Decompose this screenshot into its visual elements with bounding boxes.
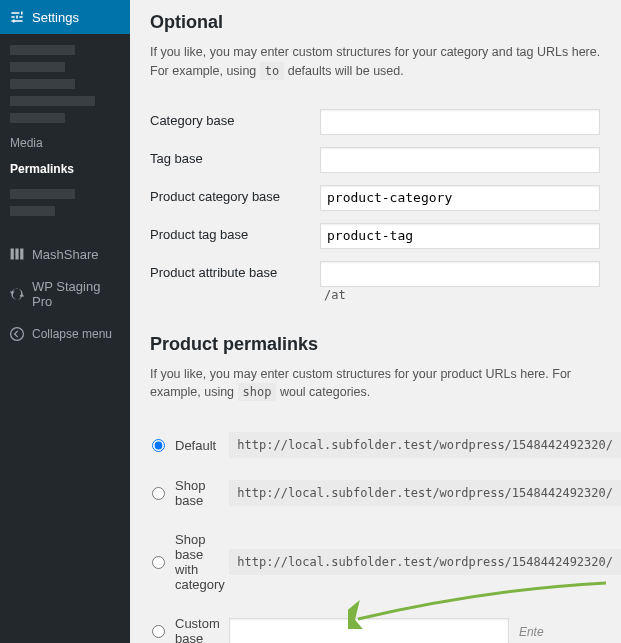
submenu-item-blurred[interactable] [10,96,95,106]
product-attribute-base-input[interactable] [320,261,600,287]
optional-form-table: Category base Tag base Product category … [150,103,621,308]
permalink-option-shop-base[interactable]: Shop base [150,478,229,508]
category-base-input[interactable] [320,109,600,135]
option-label: Shop base with category [175,532,229,592]
submenu: Media Permalinks [0,34,130,231]
field-label: Product tag base [150,217,320,255]
submenu-item-blurred[interactable] [10,206,55,216]
main-content: Optional If you like, you may enter cust… [130,0,621,643]
submenu-item-blurred[interactable] [10,113,65,123]
section-desc-optional: If you like, you may enter custom struct… [150,43,621,81]
tag-base-input[interactable] [320,147,600,173]
mashshare-icon [8,245,26,263]
submenu-item-blurred[interactable] [10,45,75,55]
radio-custom[interactable] [152,625,165,638]
url-preview: http://local.subfolder.test/wordpress/15… [229,549,621,575]
field-label: Category base [150,103,320,141]
permalink-option-default[interactable]: Default [150,438,229,453]
submenu-item-permalinks[interactable]: Permalinks [0,156,130,182]
submenu-item-blurred[interactable] [10,79,75,89]
submenu-item-blurred[interactable] [10,62,65,72]
sidebar-item-wpstaging[interactable]: WP Staging Pro [0,271,130,317]
section-title-product-permalinks: Product permalinks [150,334,621,355]
sidebar-item-settings[interactable]: Settings [0,0,130,34]
section-desc-product-permalinks: If you like, you may enter custom struct… [150,365,621,403]
field-suffix: /at [324,288,346,302]
permalink-option-shop-base-category[interactable]: Shop base with category [150,532,229,592]
collapse-label: Collapse menu [32,327,112,341]
custom-base-input[interactable] [229,618,509,643]
radio-default[interactable] [152,439,165,452]
collapse-icon [8,325,26,343]
option-label: Shop base [175,478,229,508]
product-tag-base-input[interactable] [320,223,600,249]
radio-shop-base[interactable] [152,487,165,500]
product-category-base-input[interactable] [320,185,600,211]
radio-shop-base-category[interactable] [152,556,165,569]
refresh-icon [8,285,26,303]
admin-sidebar: Settings Media Permalinks MashShare [0,0,130,643]
sliders-icon [8,8,26,26]
sidebar-item-label: WP Staging Pro [32,279,122,309]
field-label: Product attribute base [150,255,320,308]
permalink-options-table: Default http://local.subfolder.test/word… [150,424,621,643]
option-label: Custom base [175,616,229,643]
option-label: Default [175,438,216,453]
submenu-item-media[interactable]: Media [0,130,130,156]
field-label: Product category base [150,179,320,217]
permalink-option-custom[interactable]: Custom base [150,616,229,643]
collapse-menu[interactable]: Collapse menu [0,317,130,351]
url-preview: http://local.subfolder.test/wordpress/15… [229,480,621,506]
field-label: Tag base [150,141,320,179]
sidebar-item-label: Settings [32,10,79,25]
section-title-optional: Optional [150,12,621,33]
url-preview: http://local.subfolder.test/wordpress/15… [229,432,621,458]
svg-point-0 [11,328,24,341]
sidebar-item-mashshare[interactable]: MashShare [0,237,130,271]
sidebar-item-label: MashShare [32,247,98,262]
submenu-item-blurred[interactable] [10,189,75,199]
custom-placeholder-suffix: Ente [519,625,544,639]
